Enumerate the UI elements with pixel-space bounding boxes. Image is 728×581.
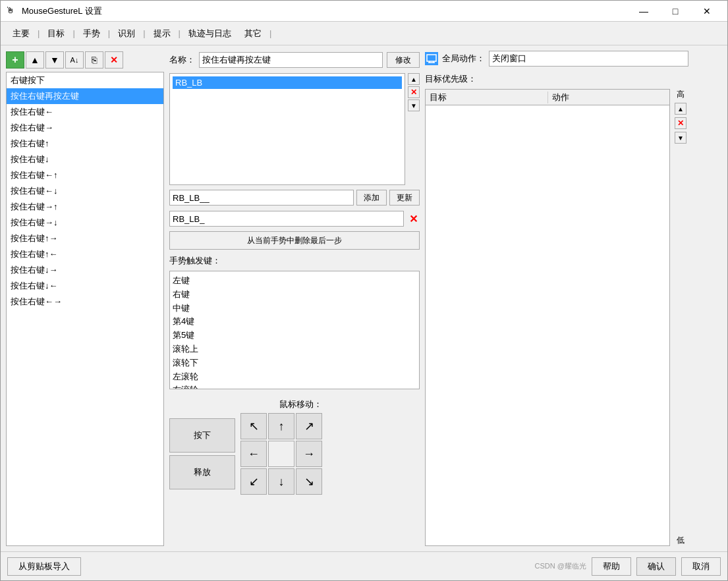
edit-input[interactable]	[169, 211, 404, 227]
delete-gesture-button[interactable]: ✕	[105, 51, 123, 69]
priority-delete-button[interactable]: ✕	[675, 117, 686, 129]
trigger-item[interactable]: 第5键	[173, 329, 416, 343]
edit-delete-button[interactable]: ✕	[406, 212, 420, 225]
trigger-item[interactable]: 右键	[173, 288, 416, 302]
dir-ne-button[interactable]: ↗	[296, 413, 322, 439]
menu-recognize[interactable]: 识别	[111, 25, 142, 42]
press-release-col: 按下 释放	[169, 418, 235, 489]
title-bar-buttons: — □ ✕	[629, 1, 722, 21]
global-action-row: 全局动作：	[425, 51, 688, 67]
direction-grid: ↖ ↑ ↗ ← → ↙ ↓ ↘	[240, 413, 322, 495]
gesture-list[interactable]: 右键按下 按住右键再按左键 按住右键← 按住右键→ 按住右键↑ 按住右键↓ 按住…	[6, 72, 164, 546]
move-down-button[interactable]: ▼	[45, 51, 64, 69]
gesture-item[interactable]: 按住右键←↑	[7, 167, 163, 183]
sort-button[interactable]: A↓	[65, 51, 84, 69]
sequence-selected-item[interactable]: RB_LB	[173, 76, 402, 89]
menu-hint[interactable]: 提示	[147, 25, 177, 42]
copy-button[interactable]: ⎘	[85, 51, 103, 69]
sequence-box: RB_LB	[169, 73, 405, 185]
mouse-move-label: 鼠标移动：	[279, 396, 322, 410]
menu-target[interactable]: 目标	[41, 25, 71, 42]
dir-e-button[interactable]: →	[296, 441, 322, 467]
middle-panel: 名称： 修改 RB_LB ▲ ✕ ▼ 添加 更新	[169, 51, 420, 546]
add-gesture-button[interactable]: +	[6, 51, 24, 69]
main-window: 🖱 MouseGestureL 设置 — □ ✕ 主要 | 目标 | 手势 | …	[0, 0, 728, 581]
menu-main[interactable]: 主要	[6, 25, 36, 42]
trigger-item[interactable]: 中键	[173, 302, 416, 316]
dir-s-button[interactable]: ↓	[268, 468, 294, 495]
update-button[interactable]: 更新	[389, 190, 420, 206]
trigger-item[interactable]: 左键	[173, 274, 416, 288]
gesture-item[interactable]: 按住右键←	[7, 104, 163, 120]
trigger-label: 手势触发键：	[169, 255, 420, 267]
confirm-button[interactable]: 确认	[636, 557, 676, 576]
gesture-item[interactable]: 按住右键↑→	[7, 231, 163, 246]
sequence-delete[interactable]: ✕	[408, 86, 420, 98]
title-bar-text: MouseGestureL 设置	[22, 5, 629, 17]
trigger-list[interactable]: 左键 右键 中键 第4键 第5键 滚轮上 滚轮下 左滚轮 右滚轮 << 其它触发…	[169, 271, 420, 389]
dir-se-button[interactable]: ↘	[296, 468, 322, 495]
name-input[interactable]	[199, 52, 383, 68]
gesture-item[interactable]: 按住右键↑	[7, 136, 163, 152]
watermark: CSDN @耀临光	[535, 561, 586, 571]
gesture-item[interactable]: 按住右键↓←	[7, 278, 163, 294]
gesture-item[interactable]: 按住右键←→	[7, 294, 163, 310]
menu-other[interactable]: 其它	[238, 25, 268, 42]
close-button[interactable]: ✕	[692, 1, 722, 21]
sequence-scrollbar: ▲ ✕ ▼	[408, 73, 420, 185]
dir-sw-button[interactable]: ↙	[240, 468, 267, 495]
release-button[interactable]: 释放	[169, 455, 235, 489]
gesture-item[interactable]: 按住右键→	[7, 120, 163, 136]
sequence-area: RB_LB ▲ ✕ ▼	[169, 73, 420, 185]
left-panel: + ▲ ▼ A↓ ⎘ ✕ 右键按下 按住右键再按左键 按住右键← 按住右键→ 按…	[6, 51, 164, 546]
priority-area: 目标 动作 高 ▲ ✕ ▼ 低	[425, 89, 688, 546]
dir-w-button[interactable]: ←	[240, 441, 267, 467]
minimize-button[interactable]: —	[629, 1, 659, 21]
trigger-item[interactable]: 滚轮上	[173, 343, 416, 356]
modify-button[interactable]: 修改	[387, 52, 420, 68]
trigger-item[interactable]: 右滚轮	[173, 383, 416, 389]
add-button[interactable]: 添加	[356, 190, 387, 206]
gesture-input-row: 添加 更新	[169, 189, 420, 206]
gesture-input[interactable]	[169, 190, 354, 206]
priority-table-body[interactable]	[426, 105, 669, 303]
svg-rect-0	[427, 55, 436, 61]
bottom-bar: 从剪贴板导入 CSDN @耀临光 帮助 确认 取消	[1, 551, 727, 580]
content-area: + ▲ ▼ A↓ ⎘ ✕ 右键按下 按住右键再按左键 按住右键← 按住右键→ 按…	[1, 45, 727, 551]
import-button[interactable]: 从剪贴板导入	[7, 557, 81, 576]
gesture-item[interactable]: 右键按下	[7, 72, 163, 88]
dir-nw-button[interactable]: ↖	[240, 413, 267, 439]
move-up-button[interactable]: ▲	[26, 51, 44, 69]
gesture-item[interactable]: 按住右键→↓	[7, 215, 163, 231]
global-action-label: 全局动作：	[442, 53, 485, 65]
priority-col-action-header: 动作	[548, 92, 670, 103]
monitor-icon	[425, 52, 438, 65]
gesture-item-selected[interactable]: 按住右键再按左键	[7, 88, 163, 104]
priority-down-button[interactable]: ▼	[675, 132, 686, 144]
gesture-item[interactable]: 按住右键←↓	[7, 183, 163, 199]
delete-step-button[interactable]: 从当前手势中删除最后一步	[169, 231, 420, 250]
menu-bar: 主要 | 目标 | 手势 | 识别 | 提示 | 轨迹与日志 其它 |	[1, 22, 727, 45]
global-action-input[interactable]	[489, 51, 688, 67]
gesture-item[interactable]: 按住右键↓→	[7, 262, 163, 278]
help-button[interactable]: 帮助	[592, 557, 631, 576]
maximize-button[interactable]: □	[660, 1, 690, 21]
trigger-item[interactable]: 滚轮下	[173, 356, 416, 370]
gesture-item[interactable]: 按住右键↓	[7, 152, 163, 167]
trigger-item[interactable]: 左滚轮	[173, 370, 416, 384]
gesture-item[interactable]: 按住右键→↑	[7, 199, 163, 215]
sequence-scroll-up[interactable]: ▲	[408, 73, 420, 85]
press-button[interactable]: 按下	[169, 418, 235, 453]
dir-n-button[interactable]: ↑	[268, 413, 294, 439]
menu-gesture[interactable]: 手势	[76, 25, 107, 42]
trigger-item[interactable]: 第4键	[173, 315, 416, 329]
dir-center	[268, 441, 294, 467]
title-bar: 🖱 MouseGestureL 设置 — □ ✕	[1, 1, 727, 22]
sequence-scroll-down[interactable]: ▼	[408, 99, 420, 111]
priority-table: 目标 动作	[425, 89, 670, 546]
priority-up-button[interactable]: ▲	[675, 103, 686, 115]
app-icon: 🖱	[6, 5, 18, 17]
gesture-item[interactable]: 按住右键↑←	[7, 246, 163, 262]
menu-track-log[interactable]: 轨迹与日志	[182, 25, 238, 42]
cancel-button[interactable]: 取消	[681, 557, 721, 576]
